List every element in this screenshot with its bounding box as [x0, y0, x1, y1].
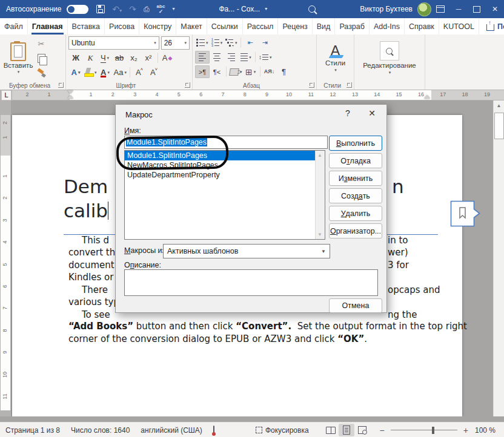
tab-stop-selector[interactable]: L — [1, 90, 12, 100]
horizontal-ruler[interactable]: L 2112345678910111213141516171819 — [0, 90, 504, 100]
dialog-button-создать[interactable]: Создать — [329, 188, 382, 203]
tab-Вид[interactable]: Вид — [313, 18, 336, 34]
cut-icon[interactable]: ✂ — [34, 38, 48, 50]
change-case-button[interactable]: Аа▾ — [113, 66, 128, 79]
zoom-level[interactable]: 100 % — [469, 426, 504, 435]
scroll-up-icon[interactable]: ▲ — [494, 100, 504, 111]
macro-list-item[interactable]: Module1.SplitIntoPages — [125, 151, 316, 160]
close-button[interactable]: ✕ — [486, 0, 504, 18]
tab-Разраб[interactable]: Разраб — [335, 18, 370, 34]
right-indent-marker[interactable] — [424, 95, 430, 99]
show-paragraph-marks-button[interactable]: ¶ — [277, 65, 291, 78]
zoom-in-button[interactable]: + — [462, 426, 469, 435]
first-line-indent-marker[interactable] — [67, 90, 73, 94]
macros-from-select[interactable]: Активных шаблонов ▼ — [163, 244, 330, 258]
macro-list-item[interactable]: NewMacros.SplitIntoPages — [125, 160, 316, 170]
macro-list[interactable]: Module1.SplitIntoPagesNewMacros.SplitInt… — [124, 150, 325, 240]
clear-formatting-button[interactable]: А◆ — [160, 51, 174, 64]
shrink-font-button[interactable]: А˅ — [147, 66, 161, 79]
list-scroll-down-icon[interactable]: ▼ — [316, 230, 324, 239]
undo-icon[interactable]: ↶▾ — [112, 5, 122, 13]
tab-Ссылки[interactable]: Ссылки — [207, 18, 243, 34]
save-icon[interactable] — [96, 5, 105, 13]
strikethrough-button[interactable]: ab — [112, 51, 127, 64]
zoom-out-button[interactable]: − — [379, 426, 386, 435]
rtl-direction-button[interactable]: >¶ — [195, 65, 210, 78]
align-left-button[interactable] — [195, 51, 210, 64]
macro-name-input[interactable]: Module1.SplitIntoPages — [124, 136, 328, 149]
tab-Справк[interactable]: Справк — [405, 18, 439, 34]
tab-Констру[interactable]: Констру — [139, 18, 176, 34]
justify-button[interactable]: ▾ — [239, 51, 253, 64]
decrease-indent-button[interactable]: ⇤ — [243, 36, 257, 49]
line-spacing-button[interactable]: ↕▾ — [257, 51, 273, 64]
dialog-help-button[interactable]: ? — [336, 105, 360, 122]
paragraph-dialog-launcher[interactable] — [309, 82, 314, 88]
tab-Главная[interactable]: Главная — [28, 18, 68, 34]
font-color-button[interactable]: А▾ — [98, 66, 113, 79]
bold-button[interactable]: Ж — [68, 51, 83, 64]
word-count[interactable]: Число слов: 1640 — [65, 426, 135, 435]
bullets-button[interactable]: ▾ — [195, 36, 210, 49]
styles-dialog-launcher[interactable] — [346, 82, 352, 88]
spelling-icon[interactable]: abc✓ — [157, 4, 165, 15]
avatar[interactable] — [417, 2, 431, 16]
title-dropdown-icon[interactable]: ▾ — [265, 7, 267, 12]
grow-font-button[interactable]: А˄ — [132, 66, 147, 79]
tab-Add-Ins[interactable]: Add-Ins — [370, 18, 405, 34]
font-size-select[interactable]: 26▾ — [161, 36, 190, 50]
minimize-button[interactable]: ─ — [449, 0, 468, 18]
macro-recording-icon[interactable] — [208, 426, 220, 435]
ribbon-display-options-icon[interactable] — [431, 0, 449, 18]
clipboard-dialog-launcher[interactable] — [58, 82, 64, 88]
list-scroll-up-icon[interactable]: ▲ — [316, 151, 324, 160]
dialog-close-button[interactable]: ✕ — [360, 105, 384, 122]
underline-button[interactable]: Ч▾ — [98, 51, 112, 64]
borders-button[interactable]: ⊞▾ — [244, 65, 258, 78]
description-textarea[interactable] — [124, 269, 378, 296]
align-right-button[interactable] — [224, 51, 239, 64]
highlight-button[interactable]: ▾ — [83, 66, 98, 79]
redo-icon[interactable]: ↷ — [129, 5, 136, 13]
maximize-button[interactable] — [468, 0, 486, 18]
tab-Рассыл[interactable]: Рассыл — [243, 18, 279, 34]
text-effects-button[interactable]: А▾ — [68, 66, 83, 79]
editing-button[interactable]: Редактирование ▾ — [357, 36, 422, 80]
web-layout-button[interactable] — [354, 424, 370, 436]
vertical-ruler[interactable]: 211234567891011 — [0, 100, 11, 416]
font-name-select[interactable]: Ubuntu▾ — [68, 36, 159, 50]
tab-Макет[interactable]: Макет — [176, 18, 207, 34]
read-mode-button[interactable] — [323, 424, 339, 436]
numbering-button[interactable]: 123 ▾ — [210, 36, 224, 49]
macro-list-item[interactable]: UpdateDepartmentProperty — [125, 170, 316, 180]
italic-button[interactable]: K — [83, 51, 98, 64]
hanging-indent-marker[interactable] — [67, 95, 73, 99]
vertical-scrollbar[interactable]: ▲ — [493, 100, 504, 416]
search-icon[interactable] — [308, 5, 316, 13]
tab-Рисова[interactable]: Рисова — [105, 18, 139, 34]
bookmark-callout[interactable] — [450, 200, 482, 227]
multilevel-list-button[interactable]: ▾ — [224, 36, 239, 49]
font-dialog-launcher[interactable] — [185, 82, 190, 88]
tab-Вставка[interactable]: Вставка — [68, 18, 105, 34]
format-painter-icon[interactable] — [34, 67, 48, 79]
macro-list-scrollbar[interactable]: ▲ ▼ — [315, 151, 325, 239]
focus-mode-button[interactable]: Фокусировка — [250, 426, 314, 435]
dialog-button-изменить[interactable]: Изменить — [329, 171, 382, 186]
tab-Реценз[interactable]: Реценз — [278, 18, 312, 34]
autosave-toggle[interactable] — [67, 5, 88, 14]
user-name[interactable]: Виктор Бухтеев — [360, 5, 413, 13]
sort-button[interactable]: АЯ↓ — [262, 65, 277, 78]
document-title[interactable]: Фа... - Сох... — [219, 5, 260, 13]
styles-button[interactable]: А Стили ▾ — [319, 36, 351, 80]
copy-icon[interactable] — [34, 52, 48, 65]
dialog-button-отладка[interactable]: Отладка — [329, 153, 382, 168]
align-center-button[interactable] — [210, 51, 224, 64]
dialog-button-выполнить[interactable]: Выполнить — [329, 136, 382, 151]
paste-button[interactable]: Вставить ▾ — [2, 36, 34, 80]
scrollbar-thumb[interactable] — [494, 113, 504, 139]
print-layout-button[interactable] — [339, 424, 354, 436]
tab-KUTOOL[interactable]: KUTOOL — [439, 18, 479, 34]
language-indicator[interactable]: английский (США) — [135, 426, 207, 435]
superscript-button[interactable]: x² — [141, 51, 156, 64]
